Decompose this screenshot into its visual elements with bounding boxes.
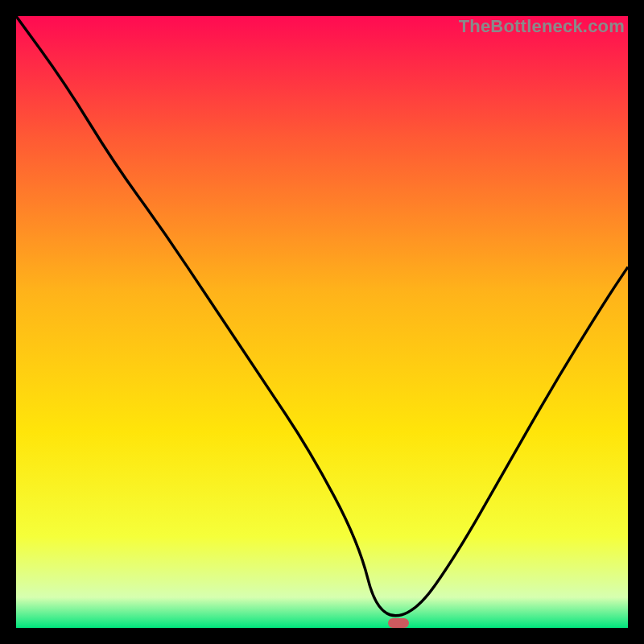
chart-frame: TheBottleneck.com [16, 16, 628, 628]
watermark-text: TheBottleneck.com [459, 16, 625, 37]
bottleneck-curve [16, 16, 628, 628]
optimum-marker [388, 618, 409, 628]
